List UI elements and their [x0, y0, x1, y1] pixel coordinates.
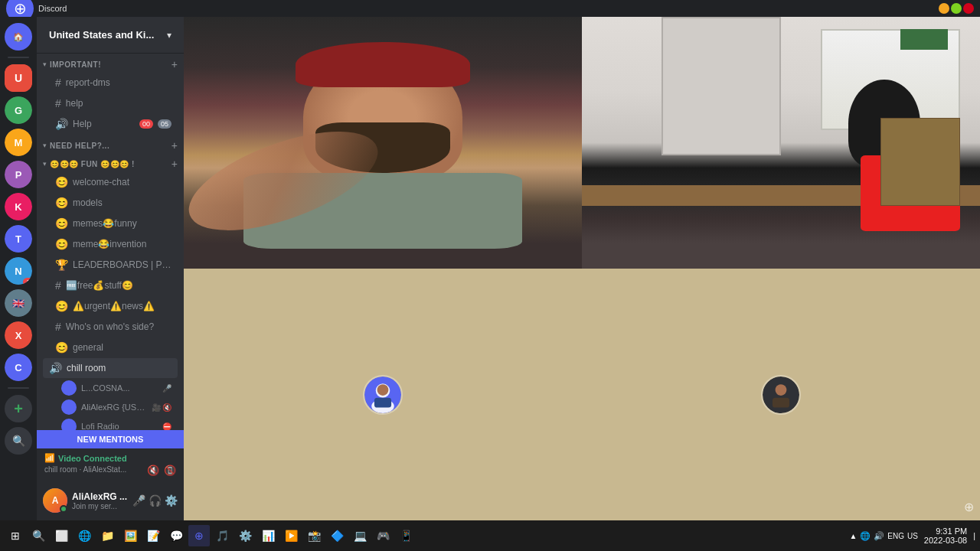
channel-leaderboards[interactable]: 🏆 LEADERBOARDS | POL...	[43, 255, 178, 275]
tray-network[interactable]: 🌐	[860, 531, 871, 541]
taskbar-app-13[interactable]: 🎮	[372, 525, 394, 546]
video-4-icon[interactable]: ⊕	[964, 500, 974, 514]
server-icon-4[interactable]: P	[5, 161, 32, 188]
server-icon-7[interactable]: N 1	[5, 257, 32, 285]
taskbar-app-9[interactable]: ▶️	[280, 525, 302, 546]
voice-mute-btn[interactable]: 🔇	[147, 465, 159, 476]
user-panel-icons: 🎤 🎧 ⚙️	[132, 494, 178, 507]
taskbar-app-7[interactable]: ⚙️	[234, 525, 256, 546]
channel-leaderboards-label: LEADERBOARDS | POL...	[73, 259, 172, 270]
svg-rect-24	[374, 397, 391, 407]
channel-whos-side-label: Who's on who's side?	[66, 321, 172, 332]
taskbar-left: ⊞ 🔍 ⬜ 🌐 📁 🖼️ 📝 💬 ⊕ 🎵 ⚙️ 📊 ▶️ 📸 🔷 💻 🎮 📱	[5, 525, 416, 546]
server-icon-9[interactable]: X	[5, 321, 32, 349]
voice-member-2[interactable]: AliAlexRG {USKW} 🎥 🔇	[43, 398, 178, 416]
category-important-add[interactable]: +	[172, 58, 178, 70]
taskbar-app-14[interactable]: 📱	[395, 525, 416, 546]
channel-sidebar: United States and Ki... ▾ ▾ IMPORTANT! +…	[37, 17, 184, 520]
category-important[interactable]: ▾ IMPORTANT! +	[37, 54, 184, 72]
taskbar-app-3[interactable]: 🖼️	[119, 525, 141, 546]
taskbar-app-11[interactable]: 🔷	[326, 525, 348, 546]
start-button[interactable]: ⊞	[5, 525, 26, 546]
clock-date: 2022-03-08	[924, 536, 967, 545]
taskbar-app-8[interactable]: 📊	[257, 525, 279, 546]
channel-meme-invention[interactable]: 😊 meme😂invention	[43, 234, 178, 254]
channel-help-voice-label: Help	[73, 119, 135, 129]
tray-arrow[interactable]: ▲	[849, 532, 857, 540]
video-cell-3	[184, 269, 582, 520]
voice-member-3[interactable]: Lofi Radio ⛔	[43, 417, 178, 430]
channel-help[interactable]: # help	[43, 93, 178, 113]
channel-help-label: help	[66, 98, 172, 109]
svg-text:P: P	[15, 169, 22, 181]
mute-button[interactable]: 🎤	[132, 494, 145, 507]
server-header[interactable]: United States and Ki... ▾	[37, 17, 184, 54]
category-fun-add[interactable]: +	[172, 158, 178, 170]
channel-models-label: models	[73, 197, 172, 208]
clock-time: 9:31 PM	[924, 527, 967, 536]
add-server-button[interactable]: +	[5, 395, 32, 422]
taskbar-clock[interactable]: 9:31 PM 2022-03-08	[924, 527, 967, 545]
server-icon-2[interactable]: G	[5, 96, 32, 124]
channel-free-stuff[interactable]: # 🆓free💰stuff😊	[43, 276, 178, 295]
svg-text:M: M	[15, 137, 23, 148]
user-tag: Join my ser...	[72, 502, 128, 510]
new-mentions-button[interactable]: NEW MENTIONS	[37, 430, 184, 448]
server-icon-1[interactable]: U	[5, 64, 32, 92]
channel-models[interactable]: 😊 models	[43, 193, 178, 213]
server-icon-home[interactable]: 🏠	[5, 23, 32, 51]
channel-urgent-news[interactable]: 😊 ⚠️urgent⚠️news⚠️	[43, 296, 178, 316]
titlebar: ⊕ Discord	[0, 0, 980, 17]
taskbar-app-12[interactable]: 💻	[349, 525, 371, 546]
hash-icon: 😊	[55, 197, 68, 209]
channel-help-voice[interactable]: 🔊 Help 00 05	[43, 114, 178, 134]
voice-member-1[interactable]: L...COSNA... 🎤	[43, 379, 178, 397]
channel-welcome-chat-label: welcome-chat	[73, 177, 172, 187]
explore-servers-button[interactable]: 🔍	[5, 427, 32, 455]
taskbar-app-10[interactable]: 📸	[303, 525, 325, 546]
category-fun[interactable]: ▾ 😊😊😊 FUN 😊😊😊 ! +	[37, 153, 184, 171]
channel-chill-room[interactable]: 🔊 chill room	[43, 358, 178, 378]
signal-icon: 📶	[44, 453, 55, 463]
video-cell-4: ⊕	[582, 269, 980, 520]
server-icon-6[interactable]: T	[5, 225, 32, 253]
taskbar-app-discord[interactable]: ⊕	[188, 525, 210, 546]
server-icon-10[interactable]: C	[5, 354, 32, 381]
taskbar-app-6[interactable]: 🎵	[211, 525, 233, 546]
taskbar-search[interactable]: 🔍	[28, 525, 49, 546]
server-icon-3[interactable]: M	[5, 129, 32, 156]
channel-report-dms[interactable]: # report-dms	[43, 73, 178, 93]
tray-volume[interactable]: 🔊	[874, 531, 884, 541]
svg-text:C: C	[15, 362, 22, 373]
tray-lang-2[interactable]: US	[907, 532, 918, 540]
svg-text:G: G	[15, 105, 22, 116]
show-desktop[interactable]: |	[973, 531, 975, 540]
voice-disconnect-btn[interactable]: 📵	[164, 465, 176, 476]
voice-badge-2: 05	[158, 119, 172, 129]
server-icon-5[interactable]: K	[5, 193, 32, 220]
voice-detail: chill room · AliAlexStat...	[44, 465, 126, 474]
main-layout: 🏠 U G M P K T N 1 🇬🇧 X C	[0, 17, 980, 520]
category-need-help[interactable]: ▾ NEED HELP?... +	[37, 135, 184, 153]
server-icon-8[interactable]: 🇬🇧	[5, 289, 32, 317]
channel-welcome-chat[interactable]: 😊 welcome-chat	[43, 172, 178, 192]
category-need-help-add[interactable]: +	[172, 139, 178, 152]
maximize-button[interactable]	[951, 3, 962, 14]
taskbar-app-5[interactable]: 💬	[165, 525, 187, 546]
deafen-button[interactable]: 🎧	[149, 494, 162, 507]
voice-member-avatar-1	[61, 380, 77, 396]
taskbar-app-4[interactable]: 📝	[142, 525, 164, 546]
channel-whos-side[interactable]: # Who's on who's side?	[43, 317, 178, 337]
minimize-button[interactable]	[939, 3, 949, 14]
taskbar-app-2[interactable]: 📁	[96, 525, 118, 546]
channel-general[interactable]: 😊 general	[43, 337, 178, 357]
channel-memes-funny[interactable]: 😊 memes😂funny	[43, 214, 178, 233]
close-button[interactable]	[963, 3, 974, 14]
server-separator-2	[8, 387, 29, 389]
tray-lang[interactable]: ENG	[887, 532, 904, 540]
svg-text:X: X	[15, 330, 22, 341]
task-view[interactable]: ⬜	[51, 525, 72, 546]
settings-button[interactable]: ⚙️	[165, 494, 178, 507]
taskbar-app-1[interactable]: 🌐	[74, 525, 95, 546]
svg-point-23	[377, 384, 389, 396]
